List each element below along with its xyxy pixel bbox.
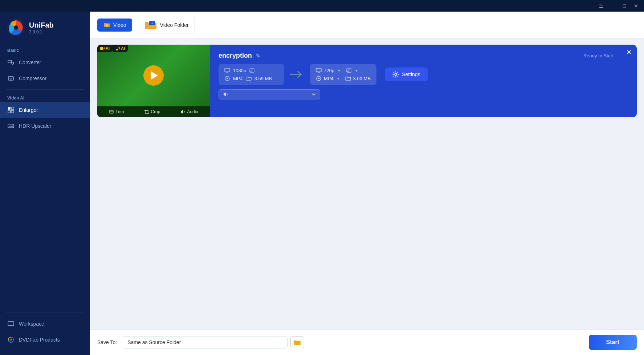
- target-format: MP4: [324, 76, 334, 81]
- minimize-button[interactable]: ─: [608, 2, 618, 9]
- source-size: 3.59 MB: [254, 76, 272, 81]
- converter-label: Converter: [19, 60, 41, 65]
- source-info: 1080p: [219, 64, 284, 85]
- audio-track-select[interactable]: [219, 89, 320, 99]
- menu-button[interactable]: ☰: [596, 2, 606, 9]
- enlarger-label: Enlarger: [19, 107, 38, 113]
- svg-text:HDR: HDR: [9, 125, 14, 127]
- add-video-button[interactable]: + Video: [97, 19, 132, 32]
- logo-text: UniFab 2.0.0.1: [29, 21, 54, 34]
- svg-marker-29: [181, 110, 183, 114]
- start-button[interactable]: Start: [589, 335, 637, 350]
- ai-video-text: AI: [106, 46, 110, 50]
- source-resolution-line: 1080p: [224, 68, 278, 73]
- svg-rect-12: [8, 322, 14, 326]
- browse-folder-button[interactable]: [290, 336, 304, 348]
- close-button[interactable]: ✕: [631, 2, 641, 9]
- svg-text:+: +: [106, 24, 108, 27]
- add-folder-label: Video Folder: [160, 22, 189, 28]
- video-thumbnail: AI AI: [97, 45, 210, 117]
- ai-audio-text: AI: [121, 46, 125, 50]
- audio-icon: [180, 109, 186, 114]
- svg-point-34: [250, 71, 252, 72]
- audio-dropdown-chevron: [312, 93, 315, 96]
- target-resolution-line: 720p ▼ ▼: [316, 68, 371, 73]
- svg-point-16: [10, 339, 12, 340]
- source-format-line: MP4 3.59 MB: [224, 76, 278, 81]
- content-area: AI AI: [90, 39, 644, 329]
- folder-size-icon: [246, 76, 252, 81]
- sidebar-item-enlarger[interactable]: Enlarger: [0, 102, 90, 118]
- play-circle-icon: [224, 76, 230, 81]
- settings-button[interactable]: Settings: [385, 68, 428, 81]
- toolbar: + Video + Video Folder: [90, 12, 644, 39]
- target-format-line: MP4 ▼ 3.00 MB: [316, 76, 371, 81]
- svg-point-43: [347, 71, 349, 72]
- play-triangle-icon: [151, 71, 158, 80]
- close-card-button[interactable]: ✕: [626, 48, 632, 56]
- target-music-icon: [346, 68, 352, 73]
- trim-button[interactable]: Trim: [107, 109, 126, 115]
- svg-rect-30: [225, 68, 230, 72]
- app-name: UniFab: [29, 21, 54, 29]
- audio-label: Audio: [187, 109, 198, 114]
- audio-button[interactable]: Audio: [179, 109, 200, 115]
- maximize-button[interactable]: □: [619, 2, 629, 9]
- resolution-dropdown-arrow: ▼: [337, 69, 341, 73]
- sidebar: UniFab 2.0.0.1 Basic Converter: [0, 12, 90, 355]
- target-play-icon: [316, 76, 322, 81]
- video-cam-icon: [100, 46, 105, 50]
- edit-icon[interactable]: ✎: [256, 52, 260, 59]
- svg-point-3: [12, 62, 14, 64]
- crop-label: Crop: [151, 109, 160, 114]
- sidebar-divider-2: [6, 313, 84, 313]
- sidebar-item-dvdfab[interactable]: DVDFab Products: [0, 332, 90, 348]
- sidebar-item-hdr-upscaler[interactable]: HDR HDR Upscaler: [0, 118, 90, 134]
- title-bar: ☰ ─ □ ✕: [0, 0, 644, 12]
- sidebar-item-workspace[interactable]: Workspace: [0, 316, 90, 332]
- svg-point-1: [14, 25, 18, 30]
- target-resolution: 720p: [324, 68, 334, 73]
- audio-track-row: [219, 89, 628, 99]
- audio-dropdown-arrow: ▼: [355, 69, 358, 73]
- workspace-icon: [7, 320, 15, 327]
- converter-icon: [7, 59, 15, 66]
- add-folder-button[interactable]: + Video Folder: [138, 17, 195, 33]
- play-button[interactable]: [143, 65, 164, 86]
- dvdfab-icon: [7, 336, 15, 343]
- ready-to-start-label: Ready to Start: [583, 53, 614, 58]
- video-preview: [97, 45, 210, 106]
- svg-marker-38: [227, 78, 228, 79]
- hdr-upscaler-label: HDR Upscaler: [19, 123, 51, 129]
- sidebar-item-compressor[interactable]: Compressor: [0, 70, 90, 86]
- crop-button[interactable]: Crop: [143, 109, 162, 115]
- ai-badge-row: AI AI: [97, 45, 128, 52]
- save-to-select[interactable]: Same as Source Folder: [123, 336, 288, 348]
- hdr-icon: HDR: [7, 122, 15, 130]
- sidebar-divider-1: [6, 89, 84, 90]
- source-resolution: 1080p: [233, 68, 246, 73]
- section-basic-label: Basic: [0, 45, 90, 54]
- crop-icon: [144, 109, 149, 114]
- monitor-icon: [224, 68, 230, 73]
- target-info: 720p ▼ ▼: [310, 64, 376, 85]
- section-video-ai-label: Video AI: [0, 93, 90, 102]
- video-card: AI AI: [97, 45, 637, 117]
- save-to-input-wrap: Same as Source Folder: [123, 336, 304, 348]
- compressor-icon: [7, 75, 15, 82]
- svg-point-22: [116, 49, 118, 50]
- sidebar-item-converter[interactable]: Converter: [0, 54, 90, 70]
- add-video-icon: +: [103, 21, 110, 29]
- target-monitor-icon: [316, 68, 322, 73]
- app-version: 2.0.0.1: [29, 29, 54, 34]
- compressor-label: Compressor: [19, 76, 46, 81]
- settings-gear-icon: [392, 71, 399, 78]
- svg-marker-49: [224, 92, 226, 97]
- svg-marker-47: [318, 78, 320, 79]
- app-logo: [7, 19, 25, 36]
- svg-rect-8: [8, 110, 11, 113]
- trim-icon: [109, 109, 114, 114]
- add-video-label: Video: [113, 22, 126, 28]
- svg-text:+: +: [151, 21, 153, 25]
- ai-video-badge: AI: [97, 45, 113, 52]
